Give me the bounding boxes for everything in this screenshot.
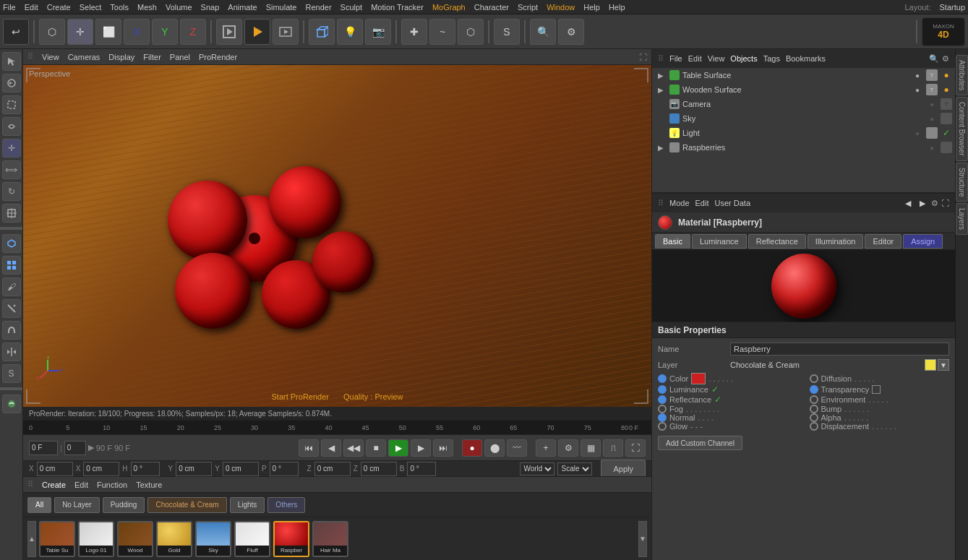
camera-button[interactable]: 📷 bbox=[365, 19, 391, 45]
step-back-button[interactable]: ◀ bbox=[321, 439, 341, 457]
y-pos-input[interactable] bbox=[176, 462, 212, 476]
radio-fog[interactable] bbox=[658, 405, 667, 413]
y2-input[interactable] bbox=[223, 462, 259, 476]
material-thumb-gold[interactable]: Gold bbox=[156, 521, 192, 557]
obj-check-dot-orange[interactable]: ● bbox=[941, 69, 952, 81]
material-thumb-raspberry[interactable]: Raspber bbox=[273, 521, 309, 557]
objects-settings-icon[interactable]: ⚙ bbox=[942, 54, 949, 64]
null-button[interactable]: ✚ bbox=[401, 19, 427, 45]
timeline-expand-button[interactable]: ⛶ bbox=[625, 439, 646, 457]
material-editor-button[interactable]: S bbox=[494, 19, 520, 45]
play-button[interactable]: ▶ bbox=[388, 439, 408, 457]
attr-tab-illumination[interactable]: Illumination bbox=[808, 234, 864, 249]
timeline-ruler[interactable]: 0 5 10 15 20 25 30 35 40 45 50 55 60 65 … bbox=[23, 420, 651, 434]
apply-button[interactable]: Apply bbox=[601, 460, 646, 478]
material-tab-edit[interactable]: Edit bbox=[74, 481, 88, 489]
menu-create[interactable]: Create bbox=[47, 3, 71, 12]
vtab-content-browser[interactable]: Content Browser bbox=[956, 97, 968, 160]
viewport-tab-panel[interactable]: Panel bbox=[170, 53, 190, 61]
menu-window[interactable]: Help bbox=[583, 3, 600, 12]
obj-visibility-dot[interactable]: ● bbox=[912, 69, 923, 81]
start-frame-input[interactable] bbox=[29, 441, 58, 455]
scale-tool-button[interactable]: ⬜ bbox=[95, 19, 121, 45]
go-to-end-button[interactable]: ⏭ bbox=[433, 439, 453, 457]
attr-tab-editor[interactable]: Editor bbox=[865, 234, 901, 249]
radio-bump[interactable] bbox=[810, 405, 818, 413]
layer-buttons[interactable]: ▼ bbox=[938, 359, 949, 371]
search-icon[interactable]: 🔍 bbox=[929, 54, 939, 64]
render-button[interactable] bbox=[244, 19, 270, 45]
brush-icon[interactable]: 🖌 bbox=[2, 277, 21, 296]
vtab-attributes[interactable]: Attributes bbox=[956, 55, 968, 95]
move-icon[interactable]: ✛ bbox=[2, 139, 21, 158]
x-pos-input[interactable] bbox=[37, 462, 73, 476]
viewport-tab-view[interactable]: View bbox=[42, 53, 59, 61]
auto-key-button[interactable]: ⬤ bbox=[484, 439, 505, 457]
world-dropdown[interactable]: World bbox=[520, 462, 554, 475]
material-thumb-fluff[interactable]: Fluff bbox=[234, 521, 270, 557]
attrs-nav-fwd[interactable]: ▶ bbox=[917, 197, 928, 209]
menu-snap[interactable]: Snap bbox=[201, 3, 220, 12]
rotate-z-button[interactable]: Z bbox=[180, 19, 206, 45]
menu-edit[interactable]: Edit bbox=[25, 3, 38, 12]
color-swatch[interactable] bbox=[691, 373, 706, 384]
thumb-scroll-up[interactable]: ▲ bbox=[27, 521, 36, 557]
light-button[interactable]: 💡 bbox=[337, 19, 363, 45]
radio-transparency[interactable] bbox=[810, 385, 818, 394]
menu-tools[interactable]: Tools bbox=[110, 3, 129, 12]
play-reverse-button[interactable]: ◀◀ bbox=[343, 439, 364, 457]
layer-all-button[interactable]: All bbox=[27, 497, 51, 513]
spline-button[interactable]: ~ bbox=[429, 19, 455, 45]
thumb-scroll-down[interactable]: ▼ bbox=[638, 521, 647, 557]
menu-volume[interactable]: Volume bbox=[166, 3, 192, 12]
render-region-button[interactable] bbox=[216, 19, 242, 45]
3d-viewport[interactable]: Perspective bbox=[23, 65, 651, 407]
radio-glow[interactable] bbox=[658, 422, 667, 431]
layer-pudding-button[interactable]: Pudding bbox=[103, 497, 145, 513]
mirror-icon[interactable] bbox=[2, 343, 21, 361]
material-thumb-logo[interactable]: Logo 01 bbox=[78, 521, 114, 557]
obj-check-green-light[interactable]: ✓ bbox=[941, 127, 952, 139]
menu-motion-tracker[interactable]: Motion Tracker bbox=[371, 3, 424, 12]
timeline-add-button[interactable]: + bbox=[536, 439, 556, 457]
go-to-start-button[interactable]: ⏮ bbox=[299, 439, 319, 457]
timeline-grid-button[interactable]: ▦ bbox=[581, 439, 601, 457]
p-input[interactable] bbox=[270, 462, 299, 476]
obj-visibility-dot-2[interactable]: ● bbox=[912, 84, 923, 95]
obj-visibility-camera[interactable]: ● bbox=[926, 98, 938, 110]
attrs-tab-edit[interactable]: Edit bbox=[695, 199, 709, 207]
attrs-nav-back[interactable]: ◀ bbox=[902, 197, 914, 209]
objects-tab-edit[interactable]: Edit bbox=[688, 54, 702, 63]
motion-path-button[interactable]: 〰 bbox=[507, 439, 527, 457]
objects-tab-objects[interactable]: Objects bbox=[730, 54, 757, 63]
select-tool-icon[interactable] bbox=[2, 52, 21, 71]
rotate-x-button[interactable]: X bbox=[124, 19, 150, 45]
smooth-icon[interactable]: S bbox=[2, 364, 21, 383]
move-tool-button[interactable]: ✛ bbox=[67, 19, 93, 45]
obj-expand-raspberries[interactable]: ▶ bbox=[655, 142, 667, 153]
material-thumb-table-surface[interactable]: Table Su bbox=[39, 521, 75, 557]
obj-visibility-light[interactable]: ● bbox=[912, 127, 923, 139]
scale-icon[interactable]: ⟺ bbox=[2, 160, 21, 179]
attr-tab-luminance[interactable]: Luminance bbox=[692, 234, 747, 249]
polygon-icon[interactable] bbox=[2, 234, 21, 253]
rotate-icon[interactable]: ↻ bbox=[2, 182, 21, 201]
obj-row-sky[interactable]: Sky ● bbox=[652, 111, 955, 126]
timeline-curve-button[interactable]: ⎍ bbox=[603, 439, 623, 457]
viewport-tab-cameras[interactable]: Cameras bbox=[68, 53, 100, 61]
radio-normal[interactable] bbox=[658, 413, 667, 422]
z-pos-input[interactable] bbox=[314, 462, 351, 476]
attr-tab-reflectance[interactable]: Reflectance bbox=[748, 234, 806, 249]
attr-tab-basic[interactable]: Basic bbox=[655, 234, 690, 249]
menu-simulate[interactable]: Simulate bbox=[266, 3, 297, 12]
live-select-icon[interactable] bbox=[2, 74, 21, 92]
radio-color[interactable] bbox=[658, 374, 667, 383]
radio-alpha[interactable] bbox=[810, 413, 818, 422]
radio-luminance[interactable] bbox=[658, 385, 667, 394]
menu-plugins[interactable]: Script bbox=[518, 3, 538, 12]
material-tab-create[interactable]: Create bbox=[42, 481, 66, 489]
current-frame-input[interactable] bbox=[64, 441, 86, 455]
timeline-settings-button[interactable]: ⚙ bbox=[558, 439, 578, 457]
attrs-tab-user-data[interactable]: User Data bbox=[715, 199, 751, 207]
vtab-layers[interactable]: Layers bbox=[956, 203, 968, 235]
